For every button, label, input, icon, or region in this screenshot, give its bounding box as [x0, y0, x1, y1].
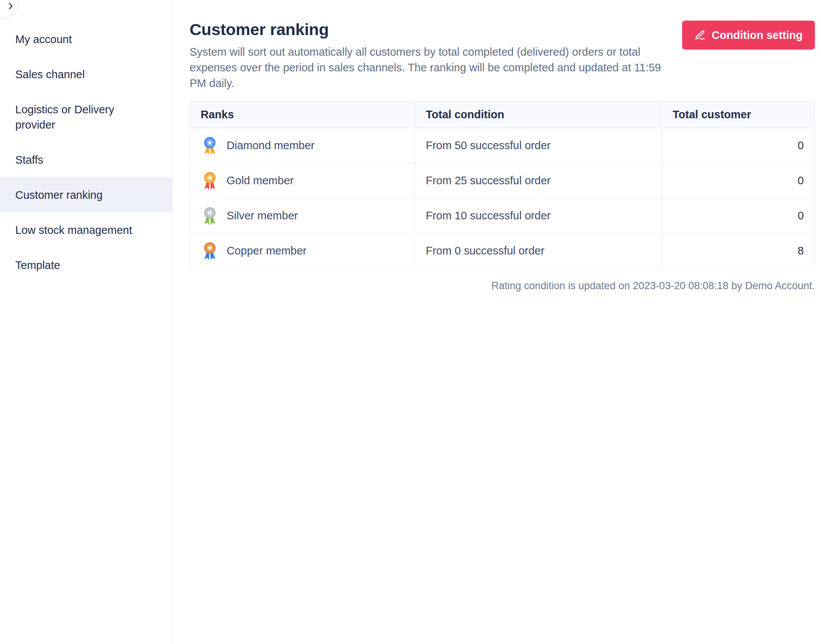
medal-icon [201, 240, 219, 262]
rank-total-customer: 0 [662, 128, 815, 163]
updated-note: Rating condition is updated on 2023-03-2… [190, 280, 815, 292]
rank-condition: From 10 successful order [415, 198, 662, 233]
rank-name: Diamond member [227, 139, 314, 152]
ranking-table: Ranks Total condition Total customer Dia… [190, 101, 815, 269]
page-description: System will sort out automatically all c… [190, 44, 666, 91]
condition-setting-label: Condition setting [712, 29, 803, 42]
sidebar-item-staffs[interactable]: Staffs [0, 142, 172, 177]
table-row: Gold member From 25 successful order 0 [190, 163, 815, 198]
table-row: Silver member From 10 successful order 0 [190, 198, 815, 233]
table-row: Diamond member From 50 successful order … [190, 128, 815, 163]
edit-icon [694, 29, 706, 41]
medal-icon [201, 170, 219, 192]
sidebar-item-logistics[interactable]: Logistics or Delivery provider [0, 92, 172, 142]
table-header-row: Ranks Total condition Total customer [190, 101, 815, 128]
medal-icon [201, 135, 219, 156]
column-header-total-condition: Total condition [415, 101, 662, 128]
rank-total-customer: 0 [662, 163, 815, 198]
rank-name: Silver member [227, 209, 298, 222]
chevron-right-icon: › [8, 0, 13, 13]
medal-icon [201, 205, 219, 227]
rank-total-customer: 8 [662, 233, 815, 269]
customer-ranking-panel: Customer ranking System will sort out au… [172, 0, 821, 644]
rank-condition: From 25 successful order [415, 163, 662, 198]
rank-total-customer: 0 [662, 198, 815, 233]
sidebar-item-customer-ranking[interactable]: Customer ranking [0, 177, 172, 213]
sidebar-item-my-account[interactable]: My account [0, 22, 172, 57]
page-title: Customer ranking [190, 20, 666, 39]
sidebar-item-low-stock[interactable]: Low stock management [0, 213, 172, 248]
rank-name: Copper member [227, 245, 307, 257]
rank-condition: From 0 successful order [415, 233, 662, 269]
page-header-text: Customer ranking System will sort out au… [190, 20, 666, 91]
rank-condition: From 50 successful order [415, 128, 662, 163]
condition-setting-button[interactable]: Condition setting [682, 21, 815, 50]
column-header-total-customer: Total customer [662, 101, 815, 128]
sidebar-item-sales-channel[interactable]: Sales channel [0, 57, 172, 92]
sidebar-item-template[interactable]: Template [0, 248, 172, 283]
column-header-ranks: Ranks [190, 101, 415, 128]
table-row: Copper member From 0 successful order 8 [190, 233, 815, 269]
settings-sidebar: › My account Sales channel Logistics or … [0, 0, 172, 644]
page-header: Customer ranking System will sort out au… [190, 20, 815, 91]
rank-name: Gold member [227, 174, 294, 187]
sidebar-nav: My account Sales channel Logistics or De… [0, 0, 172, 283]
settings-page: › My account Sales channel Logistics or … [0, 0, 821, 644]
